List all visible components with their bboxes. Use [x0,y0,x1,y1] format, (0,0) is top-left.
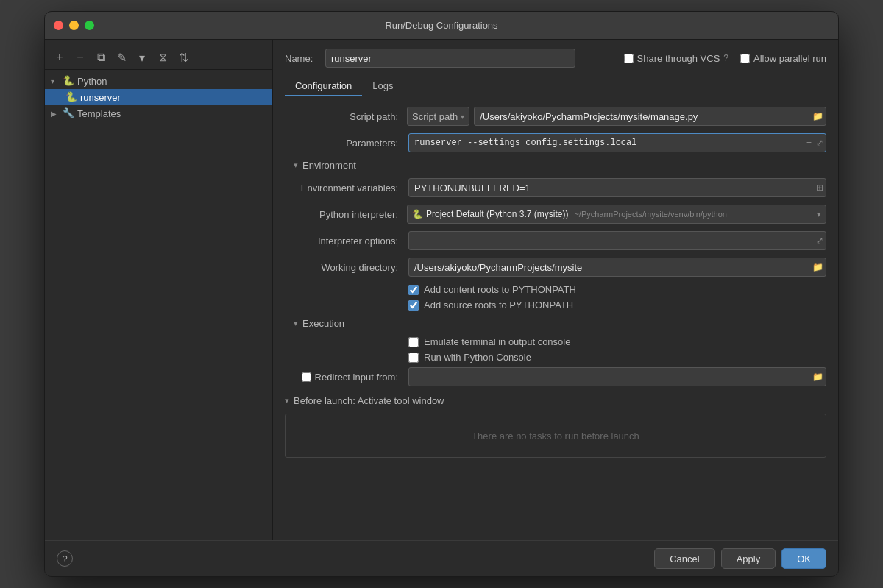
tab-logs[interactable]: Logs [362,77,403,96]
sidebar: + − ⧉ ✎ ▾ ⧖ ⇅ ▾ 🐍 Python 🐍 runserver ▶ 🔧 [45,40,273,540]
run-python-console-label[interactable]: Run with Python Console [424,352,531,363]
env-vars-input[interactable] [408,178,826,197]
sidebar-item-templates[interactable]: ▶ 🔧 Templates [45,105,272,121]
interpreter-python-icon: 🐍 [412,209,423,219]
environment-collapse-arrow[interactable]: ▾ [294,160,298,170]
interpreter-options-input[interactable] [408,231,826,250]
interpreter-options-label: Interpreter options: [285,235,403,247]
name-row: Name: Share through VCS ? Allow parallel… [285,49,826,68]
env-vars-label: Environment variables: [285,183,403,194]
main-panel: Name: Share through VCS ? Allow parallel… [273,40,838,540]
script-path-dropdown-label: Script path [412,111,458,122]
sidebar-python-group-label: Python [77,76,107,87]
run-python-console-checkbox[interactable] [408,353,419,363]
sort-button[interactable]: ⇅ [174,49,192,66]
cancel-button[interactable]: Cancel [654,548,714,569]
add-content-roots-checkbox[interactable] [408,285,419,295]
close-button[interactable] [54,21,63,30]
working-dir-browse-button[interactable]: 📁 [812,262,823,272]
sidebar-item-python-group[interactable]: ▾ 🐍 Python [45,73,272,89]
before-launch-collapse-arrow[interactable]: ▾ [285,396,289,405]
no-tasks-text: There are no tasks to run before launch [472,431,639,442]
share-vcs-label[interactable]: Share through VCS ? [624,53,728,64]
redirect-input-row: Redirect input from: 📁 [285,367,826,386]
sidebar-toolbar: + − ⧉ ✎ ▾ ⧖ ⇅ [45,46,272,70]
allow-parallel-label[interactable]: Allow parallel run [740,53,826,64]
working-dir-label: Working directory: [285,262,403,273]
interpreter-options-row: Interpreter options: ⤢ [285,231,826,250]
redirect-input-input[interactable] [408,367,826,386]
emulate-terminal-row: Emulate terminal in output console [408,336,826,347]
working-dir-input[interactable] [408,258,826,277]
script-path-dropdown[interactable]: Script path ▾ [407,107,469,126]
environment-section-header: ▾ Environment [294,160,826,171]
help-button[interactable]: ? [57,550,73,567]
interpreter-row: Python interpreter: 🐍 Project Default (P… [285,205,826,224]
maximize-button[interactable] [85,21,94,30]
expand-arrow-templates: ▶ [51,110,60,118]
templates-icon: 🔧 [63,107,74,119]
execution-section-header: ▾ Execution [294,318,826,329]
emulate-terminal-label[interactable]: Emulate terminal in output console [424,336,570,347]
interpreter-label: Python interpreter: [285,209,403,220]
ok-button[interactable]: OK [781,548,826,569]
window-title: Run/Debug Configurations [385,20,497,31]
env-vars-edit-button[interactable]: ⊞ [816,183,823,193]
sidebar-templates-label: Templates [77,108,121,119]
sidebar-runserver-label: runserver [80,92,121,103]
add-source-roots-row: Add source roots to PYTHONPATH [408,300,826,311]
emulate-terminal-checkbox[interactable] [408,337,419,347]
execution-collapse-arrow[interactable]: ▾ [294,319,298,328]
parameters-label: Parameters: [285,138,403,149]
vcs-options-row: Share through VCS ? Allow parallel run [624,53,826,64]
tab-configuration[interactable]: Configuration [285,77,362,96]
share-vcs-checkbox[interactable] [624,54,634,63]
parameters-input-container: + ⤢ [408,133,826,152]
remove-config-button[interactable]: − [71,49,89,66]
script-dropdown-arrow-icon: ▾ [461,113,464,121]
before-launch-title: Before launch: Activate tool window [294,395,444,406]
dropdown-config-button[interactable]: ▾ [133,49,151,66]
interpreter-options-expand-button[interactable]: ⤢ [816,235,823,246]
add-source-roots-checkbox[interactable] [408,300,419,311]
form-section: Script path: Script path ▾ 📁 Parameters: [285,107,826,531]
traffic-lights [54,21,94,30]
script-path-browse-button[interactable]: 📁 [812,111,823,121]
env-vars-input-container: ⊞ [408,178,826,197]
script-path-input[interactable] [474,107,826,126]
apply-button[interactable]: Apply [721,548,776,569]
add-source-roots-label[interactable]: Add source roots to PYTHONPATH [424,300,573,311]
python-group-icon: 🐍 [63,75,74,87]
parameters-input[interactable] [408,133,826,152]
allow-parallel-checkbox[interactable] [740,54,750,63]
name-input[interactable] [325,49,575,68]
filter-button[interactable]: ⧖ [154,49,171,66]
redirect-input-checkbox[interactable] [302,372,311,382]
redirect-input-label: Redirect input from: [285,372,403,383]
script-path-row: Script path: Script path ▾ 📁 [285,107,826,126]
execution-section-title: Execution [302,318,344,329]
interpreter-value: 🐍 Project Default (Python 3.7 (mysite)) … [412,209,727,219]
parameters-row: Parameters: + ⤢ [285,133,826,152]
titlebar: Run/Debug Configurations [45,12,838,40]
main-content: + − ⧉ ✎ ▾ ⧖ ⇅ ▾ 🐍 Python 🐍 runserver ▶ 🔧 [45,40,838,540]
edit-config-button[interactable]: ✎ [113,49,130,66]
redirect-input-text-label[interactable]: Redirect input from: [315,372,398,383]
minimize-button[interactable] [69,21,79,30]
redirect-input-browse-button[interactable]: 📁 [812,372,823,382]
parameters-external-button[interactable]: ⤢ [816,138,823,148]
copy-config-button[interactable]: ⧉ [92,49,110,66]
interpreter-dropdown[interactable]: 🐍 Project Default (Python 3.7 (mysite)) … [407,205,826,224]
interpreter-options-input-container: ⤢ [408,231,826,250]
before-launch-header: ▾ Before launch: Activate tool window [285,395,826,406]
add-config-button[interactable]: + [51,49,68,66]
parameters-expand-button[interactable]: + [806,138,812,148]
add-content-roots-label[interactable]: Add content roots to PYTHONPATH [424,284,576,295]
script-path-label: Script path: [285,111,403,122]
expand-arrow-python: ▾ [51,77,60,85]
dialog-footer: ? Cancel Apply OK [45,540,838,576]
sidebar-item-runserver[interactable]: 🐍 runserver [45,89,272,105]
name-label: Name: [285,53,318,64]
working-dir-input-container: 📁 [408,258,826,277]
redirect-input-input-container: 📁 [408,367,826,386]
